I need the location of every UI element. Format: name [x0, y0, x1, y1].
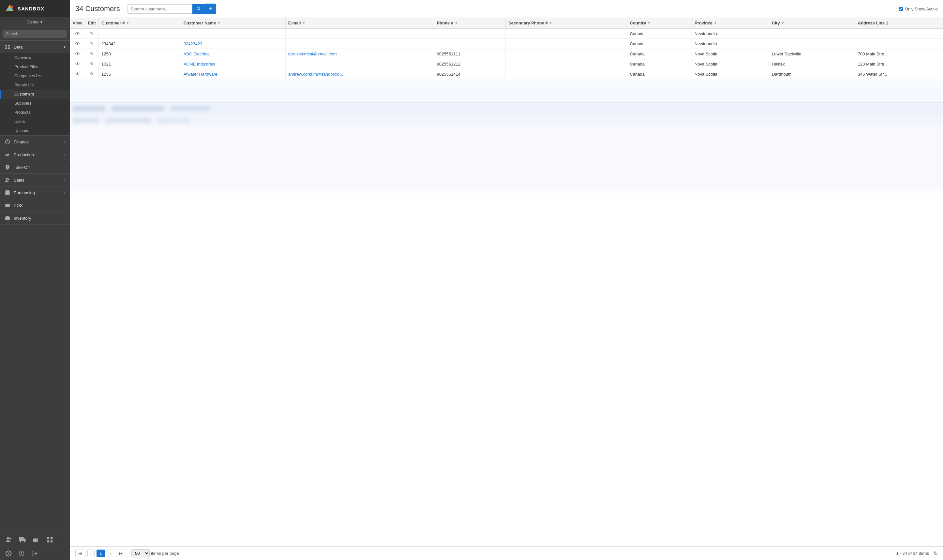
edit-icon[interactable]: ✎	[90, 31, 94, 36]
edit-cell: ✎	[85, 28, 99, 39]
view-icon[interactable]: 👁	[76, 71, 80, 77]
nav-section: Data ▾ Overview Product Files Companies …	[0, 41, 70, 225]
filter-customer-num-icon[interactable]: ▼	[126, 21, 129, 25]
customer-name-link[interactable]: Atwater Hardware	[183, 72, 217, 77]
nav-group-production: Production ›	[0, 148, 70, 161]
people-footer-icon[interactable]	[5, 536, 12, 543]
filter-city-icon[interactable]: ▼	[781, 21, 784, 25]
nav-group-purchasing-header[interactable]: Purchasing ›	[0, 186, 70, 199]
sidebar-item-people-list[interactable]: People List	[0, 80, 70, 90]
sidebar-item-uploads[interactable]: Uploads	[0, 126, 70, 135]
clock-icon[interactable]	[18, 550, 25, 557]
nav-group-pos-header[interactable]: POS ›	[0, 199, 70, 212]
customer-search-input[interactable]	[127, 4, 193, 14]
demo-label: Demo	[28, 20, 39, 25]
page-next-button[interactable]: ›	[107, 549, 114, 557]
table-row-blurred	[70, 79, 943, 91]
settings-icon[interactable]	[5, 550, 12, 557]
page-last-button[interactable]: ⏭	[116, 549, 126, 557]
table-row-blurred	[70, 103, 943, 114]
filter-phone-icon[interactable]: ▼	[455, 21, 458, 25]
secondary-phone-cell	[506, 69, 627, 79]
main-content: 34 Customers + Only Show Active View Edi…	[70, 0, 943, 560]
filter-country-icon[interactable]: ▼	[647, 21, 650, 25]
data-chevron-icon: ▾	[63, 45, 66, 49]
table-area[interactable]: View Edit Customer # ▼ Customer Name ▼ E…	[70, 18, 943, 546]
email-cell	[285, 39, 434, 49]
customer-name-link[interactable]: ACME Industries	[183, 62, 216, 66]
per-page-selector: 25 50 100 200 items per page	[131, 549, 179, 557]
view-icon[interactable]: 👁	[76, 41, 80, 46]
nav-group-data-header[interactable]: Data ▾	[0, 41, 70, 53]
city-cell	[769, 39, 855, 49]
view-icon[interactable]: 👁	[76, 61, 80, 66]
view-cell: 👁	[70, 28, 85, 39]
finance-chevron-icon: ›	[64, 140, 66, 144]
nav-group-takeoff-header[interactable]: Take-Off ›	[0, 161, 70, 174]
edit-icon[interactable]: ✎	[90, 71, 94, 77]
nav-group-finance-header[interactable]: Finance ›	[0, 135, 70, 148]
edit-icon[interactable]: ✎	[90, 51, 94, 56]
grid-footer-icon[interactable]	[46, 536, 54, 543]
only-active-checkbox[interactable]	[899, 7, 903, 11]
finance-icon	[5, 139, 11, 145]
customer-name-link[interactable]: 32423423	[183, 42, 202, 46]
view-icon[interactable]: 👁	[76, 51, 80, 56]
city-cell: Dartmouth	[769, 69, 855, 79]
col-edit: Edit	[85, 18, 99, 28]
email-cell	[285, 28, 434, 39]
nav-group-sales-header[interactable]: Sales ›	[0, 174, 70, 186]
email-link[interactable]: abc-electrical@email.com	[288, 51, 337, 56]
email-cell: abc-electrical@email.com	[285, 49, 434, 59]
nav-group-production-header[interactable]: Production ›	[0, 148, 70, 161]
sidebar-item-suppliers[interactable]: Suppliers	[0, 99, 70, 108]
customer-name-cell: ACME Industries	[181, 59, 285, 69]
email-link[interactable]: andrew.corkum@sandboxo...	[288, 72, 344, 77]
address-cell	[855, 28, 943, 39]
filter-province-icon[interactable]: ▼	[714, 21, 717, 25]
sidebar-search-input[interactable]	[3, 30, 67, 38]
sidebar-item-overview[interactable]: Overview	[0, 53, 70, 62]
data-sub-items: Overview Product Files Companies List Pe…	[0, 53, 70, 135]
customer-name-link[interactable]: ABC Electrical	[183, 51, 211, 56]
inventory-chevron-icon: ›	[64, 216, 66, 220]
svg-point-24	[197, 7, 200, 9]
filter-secondary-phone-icon[interactable]: ▼	[549, 21, 552, 25]
sidebar-item-users[interactable]: Users	[0, 117, 70, 126]
edit-icon[interactable]: ✎	[90, 61, 94, 66]
sidebar-item-products[interactable]: Products	[0, 108, 70, 117]
province-cell: Nova Scotia	[692, 49, 769, 59]
col-view: View	[70, 18, 85, 28]
demo-selector[interactable]: Demo ▾	[0, 17, 70, 28]
view-icon[interactable]: 👁	[76, 31, 80, 36]
purchasing-chevron-icon: ›	[64, 191, 66, 195]
filter-customer-name-icon[interactable]: ▼	[217, 21, 220, 25]
page-1-button[interactable]: 1	[97, 549, 105, 557]
per-page-select-input[interactable]: 25 50 100 200	[131, 549, 149, 557]
page-first-button[interactable]: ⏮	[76, 549, 85, 557]
takeoff-icon	[5, 164, 11, 170]
page-prev-button[interactable]: ‹	[87, 549, 94, 557]
edit-icon[interactable]: ✎	[90, 41, 94, 46]
sidebar-item-companies-list[interactable]: Companies List	[0, 71, 70, 80]
add-customer-button[interactable]: +	[205, 4, 216, 14]
data-group-label: Data	[14, 45, 23, 49]
sidebar-item-customers[interactable]: Customers	[0, 90, 70, 99]
col-email: E-mail ▼	[285, 18, 434, 28]
sidebar-item-product-files[interactable]: Product Files	[0, 62, 70, 71]
page-title: Customers	[85, 5, 120, 13]
svg-rect-3	[5, 45, 7, 46]
pos-group-label: POS	[14, 203, 23, 208]
nav-group-inventory-header[interactable]: Inventory ›	[0, 212, 70, 224]
refresh-button[interactable]: ↻	[934, 550, 938, 556]
production-group-label: Production	[14, 152, 34, 157]
search-button[interactable]	[193, 4, 205, 14]
svg-rect-12	[5, 217, 10, 220]
factory-footer-icon[interactable]	[32, 536, 40, 543]
page-title-area: 34 Customers	[76, 5, 120, 13]
phone-cell: 9025551414	[434, 69, 505, 79]
filter-email-icon[interactable]: ▼	[302, 21, 305, 25]
truck-footer-icon[interactable]	[19, 536, 26, 543]
logout-icon[interactable]	[31, 550, 38, 557]
nav-group-sales: Sales ›	[0, 174, 70, 186]
